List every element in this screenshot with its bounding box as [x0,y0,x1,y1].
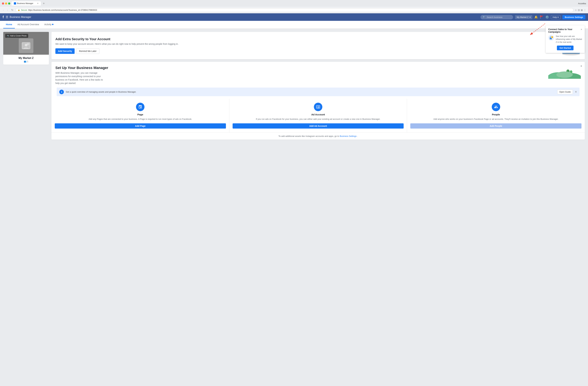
tab-ad-account-label: Ad Account Overview [18,23,39,26]
account-selector[interactable]: My Market Z ▾ [515,15,532,19]
setup-col-people: People Add anyone who works on your busi… [407,99,585,133]
add-page-button[interactable]: Add Page [55,123,226,129]
people-col-desc: Add anyone who works on your business's … [433,117,559,121]
connect-icon-svg: $ [548,35,554,41]
get-started-button[interactable]: Get Started [557,46,573,50]
maximize-dot[interactable] [8,2,10,4]
business-settings-button[interactable]: Business Settings [562,15,585,19]
search-input[interactable] [487,16,511,19]
setup-close-button[interactable]: × [580,64,582,68]
people-icon-svg [494,105,498,109]
setup-info-wrap: ℹ Get a quick overview of managing asset… [51,85,585,96]
ad-account-icon [314,103,322,111]
forward-button[interactable]: › [6,8,9,12]
activity-notification-dot [52,24,53,25]
settings-button[interactable]: ⚙️ [545,15,549,19]
people-col-title: People [492,113,500,116]
connect-sales-popup: Connect Sales to Your Campaigns × $ See … [546,25,585,53]
svg-text:$: $ [552,37,553,38]
browser-dots [2,2,10,4]
security-title: Add Extra Security to Your Account [55,37,557,41]
camera-icon: 📷 [7,35,9,37]
security-text: Add Extra Security to Your Account We wa… [55,37,557,54]
cast-button[interactable]: ⊡ [578,9,580,11]
connect-popup-icon: $ [548,35,554,41]
setup-title: Set Up Your Business Manager [55,66,545,70]
flag-button[interactable]: 🚩 [540,15,543,19]
notifications-button[interactable]: 🔔 [534,15,538,19]
setup-col-ad-account: Ad Account If you run ads on Facebook fo… [229,99,407,133]
back-button[interactable]: ‹ [2,8,5,12]
apps-button[interactable]: ⊞ [581,9,583,11]
page-icon [136,103,145,111]
search-box[interactable]: 🔍 [481,15,513,19]
svg-point-13 [562,53,580,55]
tab-home[interactable]: Home [3,21,15,28]
close-dot[interactable] [2,2,4,4]
add-cover-photo-button[interactable]: 📷 Add a Cover Photo [5,34,28,38]
help-dropdown-icon: ▾ [558,16,559,19]
profile-info: My Market Z 👥 1 [3,55,49,65]
connect-popup-body: $ See how your ads are influencing sales… [548,35,582,44]
tab-home-label: Home [6,23,12,26]
hills-illustration [548,66,581,79]
tab-ad-account-overview[interactable]: Ad Account Overview [15,21,42,28]
info-close-button[interactable]: ✕ [575,90,577,93]
setup-description: With Business Manager, you can manage pe… [55,71,107,85]
setup-text: Set Up Your Business Manager With Busine… [55,66,545,85]
footer-suffix: . [357,135,358,137]
tab-activity-label: Activity [44,23,51,26]
page-col-title: Page [137,113,143,116]
main-content: 📷 Add a Cover Photo [0,29,588,386]
add-people-button[interactable]: Add People [410,123,582,129]
address-bar[interactable]: 🔒 Secure https://business.facebook.com/h… [16,8,573,12]
help-label: Help [553,16,557,19]
open-guide-button[interactable]: Open Guide [557,90,573,94]
menu-button[interactable]: ⋮ [584,9,586,11]
username-label: Anzelika [578,2,586,5]
account-dropdown-icon: ▾ [529,16,531,19]
tab-favicon [14,2,16,4]
svg-point-26 [556,71,573,78]
cover-photo-area[interactable]: 📷 Add a Cover Photo [3,32,49,55]
profile-card: 📷 Add a Cover Photo [3,32,49,65]
browser-tab[interactable]: Business Manager ✕ [12,1,41,5]
ad-account-icon-svg [316,105,320,109]
info-bar: ℹ Get a quick overview of managing asset… [57,88,580,96]
hamburger-icon[interactable]: ☰ [6,15,8,19]
tab-close-button[interactable]: ✕ [37,2,39,4]
remind-later-button[interactable]: Remind Me Later [76,48,99,54]
tab-activity[interactable]: Activity [42,21,56,28]
browser-nav: ‹ › ↻ 🔒 Secure https://business.facebook… [0,7,588,13]
refresh-button[interactable]: ↻ [10,8,14,12]
help-button[interactable]: Help ▾ [551,15,561,19]
setup-footer: To add additional assets like Instagram … [51,133,585,140]
info-icon: ℹ [59,90,64,94]
bookmark-button[interactable]: ☆ [575,9,577,11]
profile-placeholder-svg [21,41,31,51]
sub-nav: Home Ad Account Overview Activity [0,21,588,29]
profile-members: 👥 1 [5,60,47,63]
hills-svg [548,66,581,79]
connect-popup-header: Connect Sales to Your Campaigns × [548,28,582,33]
connect-popup-close-button[interactable]: × [581,28,582,31]
url-text: https://business.facebook.com/home/accou… [28,9,97,11]
setup-grid: Page Add any Pages that are connected to… [51,99,585,133]
security-card: Add Extra Security to Your Account We wa… [51,32,585,59]
add-ad-account-button[interactable]: Add Ad Account [232,123,404,129]
minimize-dot[interactable] [5,2,7,4]
security-description: We want to keep your account secure. Her… [55,42,557,46]
fb-topbar: f ☰ Business Manager 🔍 My Market Z ▾ 🔔 🚩… [0,13,588,21]
new-tab-button[interactable]: + [43,2,45,5]
security-actions: Add Security Remind Me Later [55,48,557,54]
page-col-desc: Add any Pages that are connected to your… [89,117,192,121]
add-security-button[interactable]: Add Security [55,48,75,54]
connect-popup-title: Connect Sales to Your Campaigns [548,28,581,33]
tab-title: Business Manager [17,2,33,4]
topbar-right: 🔍 My Market Z ▾ 🔔 🚩 ⚙️ Help ▾ Business S… [481,15,585,19]
nav-actions: ☆ ⊡ ⊞ ⋮ [575,9,586,11]
footer-business-settings-link[interactable]: Business Settings [340,135,357,137]
footer-text: To add additional assets like Instagram … [278,135,340,137]
setup-header: Set Up Your Business Manager With Busine… [51,62,585,85]
secure-label: Secure [21,9,27,11]
